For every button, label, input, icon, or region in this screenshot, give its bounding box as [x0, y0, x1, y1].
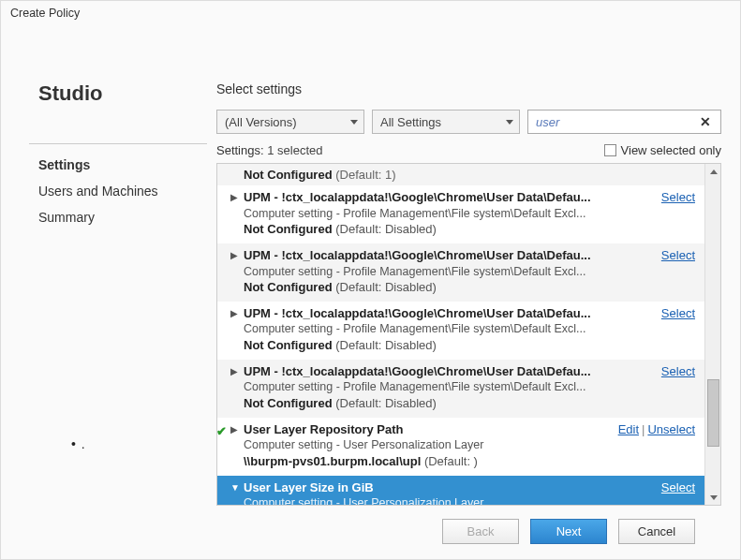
scrollbar[interactable]: [704, 164, 720, 505]
setting-status: Not Configured (Default: Disabled): [244, 395, 697, 412]
studio-heading: Studio: [29, 81, 207, 106]
setting-status: Not Configured (Default: Disabled): [244, 279, 697, 296]
nav-users-machines[interactable]: Users and Machines: [29, 178, 207, 204]
setting-desc: Computer setting - User Personalization …: [244, 495, 697, 505]
setting-title: UPM - !ctx_localappdata!\Google\Chrome\U…: [244, 189, 697, 206]
setting-row[interactable]: ▶SelectUPM - !ctx_localappdata!\Google\C…: [217, 302, 704, 360]
setting-status: \\burpm-pvs01.burpm.local\upl (Default: …: [244, 453, 697, 470]
setting-desc: Computer setting - User Personalization …: [244, 437, 697, 453]
setting-title: UPM - !ctx_localappdata!\Google\Chrome\U…: [244, 305, 697, 322]
row-actions: Select: [661, 247, 695, 264]
scroll-thumb[interactable]: [707, 379, 719, 447]
row-actions: Edit|Unselect: [618, 421, 695, 438]
setting-row[interactable]: ▶SelectUPM - !ctx_localappdata!\Google\C…: [217, 360, 704, 418]
row-actions: Select: [661, 189, 695, 206]
checkbox-icon[interactable]: [604, 144, 616, 156]
check-icon: ✔: [217, 423, 227, 440]
scroll-up-icon[interactable]: [705, 164, 721, 179]
filter-dropdown[interactable]: All Settings: [372, 110, 520, 134]
row-actions: Select: [661, 363, 695, 380]
unselect-link[interactable]: Unselect: [647, 422, 695, 436]
filter-dropdown-label: All Settings: [380, 115, 441, 129]
main-panel: Select settings (All Versions) All Setti…: [207, 35, 721, 559]
next-button[interactable]: Next: [530, 519, 607, 544]
setting-desc: Computer setting - Profile Management\Fi…: [244, 379, 697, 395]
select-link[interactable]: Select: [661, 480, 695, 494]
setting-row[interactable]: ▶SelectUPM - !ctx_localappdata!\Google\C…: [217, 243, 704, 302]
search-box[interactable]: ✕: [527, 110, 721, 134]
row-actions: Select: [661, 479, 695, 496]
versions-dropdown-label: (All Versions): [225, 115, 297, 129]
select-link[interactable]: Select: [661, 248, 695, 262]
nav-summary[interactable]: Summary: [29, 204, 207, 230]
titlebar: Create Policy: [1, 1, 740, 25]
settings-count: Settings: 1 selected: [216, 143, 322, 157]
select-link[interactable]: Select: [661, 306, 695, 320]
setting-status: Not Configured (Default: Disabled): [244, 221, 697, 238]
chevron-down-icon[interactable]: ▼: [230, 481, 240, 494]
setting-row-partial[interactable]: Not Configured (Default: 1): [217, 164, 704, 185]
chevron-right-icon[interactable]: ▶: [230, 365, 238, 378]
sidebar: Studio Settings Users and Machines Summa…: [29, 35, 207, 559]
select-link[interactable]: Select: [661, 190, 695, 204]
loading-spinner: • .: [71, 436, 207, 451]
scroll-down-icon[interactable]: [705, 490, 721, 505]
edit-link[interactable]: Edit: [618, 422, 639, 436]
chevron-right-icon[interactable]: ▶: [230, 423, 238, 436]
setting-desc: Computer setting - Profile Management\Fi…: [244, 321, 697, 337]
search-input[interactable]: [534, 114, 696, 130]
versions-dropdown[interactable]: (All Versions): [216, 110, 364, 134]
chevron-right-icon[interactable]: ▶: [230, 307, 238, 320]
setting-title: User Layer Size in GiB: [244, 479, 697, 496]
setting-desc: Computer setting - Profile Management\Fi…: [244, 206, 697, 222]
setting-title: UPM - !ctx_localappdata!\Google\Chrome\U…: [244, 363, 697, 380]
chevron-right-icon[interactable]: ▶: [230, 249, 238, 262]
cancel-button[interactable]: Cancel: [618, 519, 695, 544]
setting-title: UPM - !ctx_localappdata!\Google\Chrome\U…: [244, 247, 697, 264]
setting-status: Not Configured (Default: Disabled): [244, 337, 697, 354]
back-button[interactable]: Back: [442, 519, 519, 544]
setting-row[interactable]: ▼SelectUser Layer Size in GiBComputer se…: [217, 476, 704, 505]
chevron-down-icon: [506, 120, 513, 125]
view-selected-only-label: View selected only: [621, 143, 721, 157]
setting-desc: Computer setting - Profile Management\Fi…: [244, 264, 697, 280]
setting-row[interactable]: ▶SelectUPM - !ctx_localappdata!\Google\C…: [217, 185, 704, 243]
select-link[interactable]: Select: [661, 364, 695, 378]
nav-settings[interactable]: Settings: [29, 152, 207, 178]
chevron-down-icon: [350, 120, 358, 125]
settings-list[interactable]: Not Configured (Default: 1)▶SelectUPM - …: [217, 164, 704, 505]
chevron-right-icon[interactable]: ▶: [230, 191, 238, 204]
view-selected-only[interactable]: View selected only: [604, 143, 721, 157]
panel-title: Select settings: [216, 81, 721, 96]
setting-row[interactable]: ✔▶Edit|UnselectUser Layer Repository Pat…: [217, 418, 704, 476]
clear-search-icon[interactable]: ✕: [696, 114, 715, 129]
row-actions: Select: [661, 305, 695, 322]
